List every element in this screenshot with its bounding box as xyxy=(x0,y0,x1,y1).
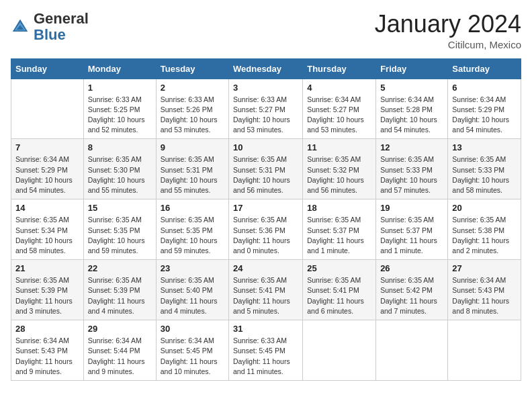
page-header: General Blue January 2024 Citilcum, Mexi… xyxy=(11,11,521,50)
day-info: Sunrise: 6:35 AM Sunset: 5:35 PM Dayligh… xyxy=(161,215,224,256)
logo-icon xyxy=(11,17,30,36)
day-info: Sunrise: 6:34 AM Sunset: 5:44 PM Dayligh… xyxy=(88,336,152,377)
day-number: 2 xyxy=(161,83,224,93)
day-number: 20 xyxy=(452,203,517,213)
day-number: 27 xyxy=(452,263,517,273)
calendar-cell xyxy=(303,320,376,381)
calendar-cell: 11Sunrise: 6:35 AM Sunset: 5:32 PM Dayli… xyxy=(303,139,376,199)
day-number: 14 xyxy=(15,203,79,213)
day-number: 5 xyxy=(380,83,443,93)
day-info: Sunrise: 6:35 AM Sunset: 5:34 PM Dayligh… xyxy=(15,215,79,256)
calendar-cell: 20Sunrise: 6:35 AM Sunset: 5:38 PM Dayli… xyxy=(448,199,521,260)
calendar-cell: 22Sunrise: 6:35 AM Sunset: 5:39 PM Dayli… xyxy=(83,260,156,320)
day-number: 1 xyxy=(88,83,152,93)
day-info: Sunrise: 6:33 AM Sunset: 5:25 PM Dayligh… xyxy=(88,95,152,136)
calendar-cell: 9Sunrise: 6:35 AM Sunset: 5:31 PM Daylig… xyxy=(156,139,228,199)
day-info: Sunrise: 6:35 AM Sunset: 5:37 PM Dayligh… xyxy=(380,215,443,256)
calendar-header-row: SundayMondayTuesdayWednesdayThursdayFrid… xyxy=(11,58,521,79)
calendar-cell: 21Sunrise: 6:35 AM Sunset: 5:39 PM Dayli… xyxy=(11,260,84,320)
day-info: Sunrise: 6:35 AM Sunset: 5:39 PM Dayligh… xyxy=(15,275,79,316)
col-header-thursday: Thursday xyxy=(303,58,376,79)
day-number: 22 xyxy=(88,263,152,273)
day-number: 7 xyxy=(15,142,79,152)
day-number: 3 xyxy=(233,83,298,93)
day-number: 10 xyxy=(233,142,298,152)
day-number: 18 xyxy=(307,203,371,213)
calendar-cell: 31Sunrise: 6:33 AM Sunset: 5:45 PM Dayli… xyxy=(229,320,303,381)
month-year-title: January 2024 xyxy=(375,11,521,38)
calendar-week-row: 28Sunrise: 6:34 AM Sunset: 5:43 PM Dayli… xyxy=(11,320,521,381)
day-info: Sunrise: 6:33 AM Sunset: 5:27 PM Dayligh… xyxy=(233,95,298,136)
calendar-cell: 6Sunrise: 6:34 AM Sunset: 5:29 PM Daylig… xyxy=(448,79,521,139)
day-number: 9 xyxy=(161,142,224,152)
calendar-cell: 4Sunrise: 6:34 AM Sunset: 5:27 PM Daylig… xyxy=(303,79,376,139)
calendar-table: SundayMondayTuesdayWednesdayThursdayFrid… xyxy=(11,58,521,381)
calendar-cell: 17Sunrise: 6:35 AM Sunset: 5:36 PM Dayli… xyxy=(229,199,303,260)
calendar-cell: 1Sunrise: 6:33 AM Sunset: 5:25 PM Daylig… xyxy=(83,79,156,139)
day-info: Sunrise: 6:35 AM Sunset: 5:31 PM Dayligh… xyxy=(233,154,298,195)
logo: General Blue xyxy=(11,11,89,43)
calendar-cell: 15Sunrise: 6:35 AM Sunset: 5:35 PM Dayli… xyxy=(83,199,156,260)
col-header-friday: Friday xyxy=(376,58,448,79)
day-number: 12 xyxy=(380,142,443,152)
day-info: Sunrise: 6:34 AM Sunset: 5:45 PM Dayligh… xyxy=(161,336,224,377)
day-info: Sunrise: 6:34 AM Sunset: 5:29 PM Dayligh… xyxy=(452,95,517,136)
day-number: 6 xyxy=(452,83,517,93)
day-info: Sunrise: 6:34 AM Sunset: 5:28 PM Dayligh… xyxy=(380,95,443,136)
day-info: Sunrise: 6:35 AM Sunset: 5:39 PM Dayligh… xyxy=(88,275,152,316)
day-info: Sunrise: 6:35 AM Sunset: 5:33 PM Dayligh… xyxy=(452,154,517,195)
calendar-cell: 30Sunrise: 6:34 AM Sunset: 5:45 PM Dayli… xyxy=(156,320,228,381)
day-info: Sunrise: 6:35 AM Sunset: 5:32 PM Dayligh… xyxy=(307,154,371,195)
col-header-saturday: Saturday xyxy=(448,58,521,79)
calendar-cell: 14Sunrise: 6:35 AM Sunset: 5:34 PM Dayli… xyxy=(11,199,84,260)
day-info: Sunrise: 6:35 AM Sunset: 5:35 PM Dayligh… xyxy=(88,215,152,256)
day-number: 26 xyxy=(380,263,443,273)
day-number: 25 xyxy=(307,263,371,273)
day-info: Sunrise: 6:33 AM Sunset: 5:45 PM Dayligh… xyxy=(233,336,298,377)
day-number: 21 xyxy=(15,263,79,273)
day-info: Sunrise: 6:35 AM Sunset: 5:37 PM Dayligh… xyxy=(307,215,371,256)
day-number: 19 xyxy=(380,203,443,213)
day-number: 24 xyxy=(233,263,298,273)
day-number: 15 xyxy=(88,203,152,213)
day-number: 17 xyxy=(233,203,298,213)
day-info: Sunrise: 6:35 AM Sunset: 5:41 PM Dayligh… xyxy=(233,275,298,316)
calendar-cell: 2Sunrise: 6:33 AM Sunset: 5:26 PM Daylig… xyxy=(156,79,228,139)
logo-text: General Blue xyxy=(34,11,89,43)
col-header-sunday: Sunday xyxy=(11,58,84,79)
calendar-cell: 29Sunrise: 6:34 AM Sunset: 5:44 PM Dayli… xyxy=(83,320,156,381)
calendar-cell xyxy=(11,79,84,139)
calendar-cell: 18Sunrise: 6:35 AM Sunset: 5:37 PM Dayli… xyxy=(303,199,376,260)
day-number: 30 xyxy=(161,324,224,334)
calendar-cell: 26Sunrise: 6:35 AM Sunset: 5:42 PM Dayli… xyxy=(376,260,448,320)
col-header-wednesday: Wednesday xyxy=(229,58,303,79)
day-number: 11 xyxy=(307,142,371,152)
calendar-week-row: 14Sunrise: 6:35 AM Sunset: 5:34 PM Dayli… xyxy=(11,199,521,260)
calendar-cell: 28Sunrise: 6:34 AM Sunset: 5:43 PM Dayli… xyxy=(11,320,84,381)
day-info: Sunrise: 6:35 AM Sunset: 5:31 PM Dayligh… xyxy=(161,154,224,195)
day-number: 4 xyxy=(307,83,371,93)
day-number: 23 xyxy=(161,263,224,273)
col-header-monday: Monday xyxy=(83,58,156,79)
calendar-week-row: 1Sunrise: 6:33 AM Sunset: 5:25 PM Daylig… xyxy=(11,79,521,139)
calendar-cell: 16Sunrise: 6:35 AM Sunset: 5:35 PM Dayli… xyxy=(156,199,228,260)
day-info: Sunrise: 6:35 AM Sunset: 5:40 PM Dayligh… xyxy=(161,275,224,316)
col-header-tuesday: Tuesday xyxy=(156,58,228,79)
calendar-cell: 13Sunrise: 6:35 AM Sunset: 5:33 PM Dayli… xyxy=(448,139,521,199)
day-number: 8 xyxy=(88,142,152,152)
calendar-week-row: 7Sunrise: 6:34 AM Sunset: 5:29 PM Daylig… xyxy=(11,139,521,199)
day-info: Sunrise: 6:35 AM Sunset: 5:33 PM Dayligh… xyxy=(380,154,443,195)
calendar-cell: 24Sunrise: 6:35 AM Sunset: 5:41 PM Dayli… xyxy=(229,260,303,320)
day-info: Sunrise: 6:35 AM Sunset: 5:38 PM Dayligh… xyxy=(452,215,517,256)
day-number: 31 xyxy=(233,324,298,334)
day-info: Sunrise: 6:35 AM Sunset: 5:41 PM Dayligh… xyxy=(307,275,371,316)
calendar-cell: 7Sunrise: 6:34 AM Sunset: 5:29 PM Daylig… xyxy=(11,139,84,199)
title-block: January 2024 Citilcum, Mexico xyxy=(375,11,521,50)
day-info: Sunrise: 6:34 AM Sunset: 5:27 PM Dayligh… xyxy=(307,95,371,136)
day-info: Sunrise: 6:35 AM Sunset: 5:30 PM Dayligh… xyxy=(88,154,152,195)
calendar-cell: 12Sunrise: 6:35 AM Sunset: 5:33 PM Dayli… xyxy=(376,139,448,199)
calendar-cell: 8Sunrise: 6:35 AM Sunset: 5:30 PM Daylig… xyxy=(83,139,156,199)
day-info: Sunrise: 6:33 AM Sunset: 5:26 PM Dayligh… xyxy=(161,95,224,136)
calendar-cell: 25Sunrise: 6:35 AM Sunset: 5:41 PM Dayli… xyxy=(303,260,376,320)
day-info: Sunrise: 6:34 AM Sunset: 5:29 PM Dayligh… xyxy=(15,154,79,195)
